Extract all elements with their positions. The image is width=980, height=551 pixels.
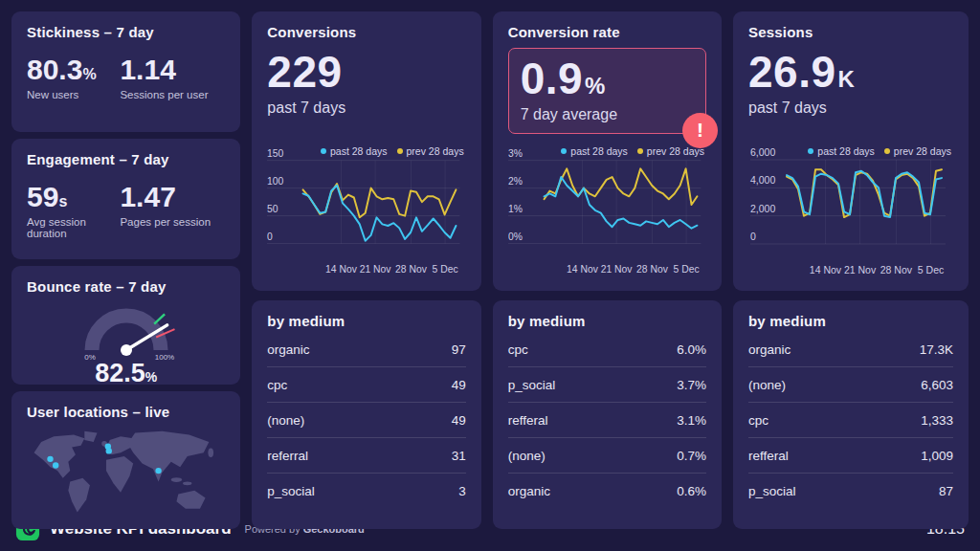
svg-text:1%: 1% [508, 204, 523, 214]
metric-label: New users [27, 89, 120, 100]
metric-label: Pages per session [120, 216, 212, 228]
table-body: organic97cpc49(none)49referral31p_social… [267, 332, 465, 508]
card-title: Conversions [267, 24, 465, 40]
svg-text:150: 150 [267, 148, 284, 159]
row-label: referral [267, 449, 308, 463]
row-label: p_social [267, 484, 315, 498]
table-row: organic17.3K [748, 332, 953, 367]
conversion-rate-line-chart: 0%1%2%3%14 Nov21 Nov28 Nov5 Dec [508, 144, 706, 278]
conversions-card: Conversions 229 past 7 days past 28 days… [252, 11, 480, 291]
row-value: 1,009 [921, 449, 953, 463]
kpi-value: 26.9K [748, 50, 953, 95]
alert-icon: ! [682, 113, 718, 148]
legend-dot-yellow [637, 148, 643, 154]
row-label: p_social [508, 378, 556, 392]
table-row: p_social87 [748, 474, 953, 508]
table-row: organic0.6% [508, 474, 706, 508]
svg-text:28 Nov: 28 Nov [636, 264, 669, 275]
chart-legend: past 28 days prev 28 days [561, 145, 704, 157]
kpi-caption: past 7 days [748, 99, 953, 117]
gauge-wrap: 0%100% 82.5% [27, 296, 225, 388]
dashboard: Conversions 229 past 7 days past 28 days… [0, 0, 980, 507]
card-title: by medium [267, 313, 465, 329]
svg-text:28 Nov: 28 Nov [395, 264, 428, 275]
table-row: refferal1,009 [748, 438, 953, 474]
svg-text:50: 50 [267, 204, 278, 214]
svg-text:6,000: 6,000 [750, 146, 775, 158]
card-title: Sessions [748, 24, 953, 40]
svg-text:5 Dec: 5 Dec [918, 264, 944, 276]
table-row: (none)49 [267, 403, 465, 438]
map-continents [34, 431, 214, 513]
metric-value: 59s [27, 183, 120, 211]
row-value: 3.7% [677, 378, 706, 392]
card-title: by medium [508, 313, 706, 329]
svg-text:21 Nov: 21 Nov [360, 264, 392, 275]
legend-item-prev: prev 28 days [884, 145, 951, 157]
svg-text:14 Nov: 14 Nov [325, 264, 358, 275]
card-title: Conversion rate [508, 24, 706, 40]
gauge-value: 82.5% [95, 359, 157, 388]
row-value: 49 [452, 413, 466, 428]
legend-dot-cyan [321, 148, 326, 154]
legend-item-past: past 28 days [561, 145, 628, 157]
chart-legend: past 28 days prev 28 days [808, 145, 951, 157]
legend-dot-yellow [397, 148, 403, 154]
svg-text:0%: 0% [84, 353, 96, 362]
row-value: 3.1% [677, 413, 706, 428]
svg-text:28 Nov: 28 Nov [880, 264, 913, 276]
legend-item-prev: prev 28 days [397, 145, 464, 157]
chart-legend: past 28 days prev 28 days [321, 145, 464, 157]
row-value: 3 [458, 484, 466, 498]
bounce-rate-card: Bounce rate – 7 day 0%100% 82.5% [11, 266, 240, 385]
kpi-value: 229 [267, 50, 465, 95]
row-label: (none) [748, 378, 786, 392]
legend-dot-yellow [884, 148, 890, 154]
row-label: p_social [748, 484, 796, 498]
table-row: refferal3.1% [508, 403, 706, 438]
sessions-chart-block: past 28 days prev 28 days 02,0004,0006,0… [748, 144, 953, 278]
row-label: cpc [267, 378, 287, 392]
row-label: organic [267, 342, 309, 357]
row-value: 17.3K [920, 342, 953, 357]
metric-label: Avg session duration [27, 216, 120, 239]
metric-row: 80.3% New users 1.14 Sessions per user [27, 55, 225, 100]
row-label: (none) [267, 413, 304, 428]
legend-item-past: past 28 days [808, 145, 875, 157]
row-label: organic [508, 484, 550, 498]
card-title: by medium [748, 313, 953, 329]
table-body: organic17.3K(none)6,603cpc1,333refferal1… [748, 332, 953, 508]
metric-row: 59s Avg session duration 1.47 Pages per … [27, 183, 225, 239]
table-row: cpc49 [267, 367, 465, 403]
conversion-rate-chart-block: past 28 days prev 28 days 0%1%2%3%14 Nov… [508, 144, 706, 278]
metric-label: Sessions per user [120, 89, 212, 100]
row-value: 49 [452, 378, 466, 392]
metric-sessions-per-user: 1.14 Sessions per user [120, 55, 212, 100]
table-row: p_social3.7% [508, 367, 706, 403]
card-title: Bounce rate – 7 day [27, 278, 225, 295]
svg-text:14 Nov: 14 Nov [567, 264, 599, 275]
sessions-card: Sessions 26.9K past 7 days past 28 days … [733, 11, 969, 291]
user-locations-card: User locations – live [11, 391, 240, 529]
row-value: 31 [452, 449, 466, 463]
metric-value: 1.47 [120, 183, 212, 211]
sessions-line-chart: 02,0004,0006,00014 Nov21 Nov28 Nov5 Dec [748, 144, 953, 278]
row-label: organic [748, 342, 791, 357]
legend-item-past: past 28 days [321, 145, 388, 157]
svg-text:0: 0 [267, 231, 273, 242]
table-row: cpc6.0% [508, 332, 706, 367]
row-label: cpc [508, 342, 528, 357]
conversion-rate-card: Conversion rate 0.9% 7 day average ! pas… [493, 11, 722, 291]
stickiness-card: Stickiness – 7 day 80.3% New users 1.14 … [11, 11, 240, 132]
metric-value: 1.14 [120, 55, 212, 84]
table-row: (none)6,603 [748, 367, 953, 403]
row-value: 87 [939, 484, 953, 498]
row-label: refferal [748, 449, 789, 463]
table-body: cpc6.0%p_social3.7%refferal3.1%(none)0.7… [508, 332, 706, 508]
card-title: Engagement – 7 day [27, 151, 225, 167]
metric-new-users: 80.3% New users [27, 55, 120, 100]
row-label: cpc [748, 413, 768, 428]
legend-dot-cyan [808, 148, 813, 154]
conversions-line-chart: 05010015014 Nov21 Nov28 Nov5 Dec [267, 144, 465, 278]
table-row: referral31 [267, 438, 465, 474]
